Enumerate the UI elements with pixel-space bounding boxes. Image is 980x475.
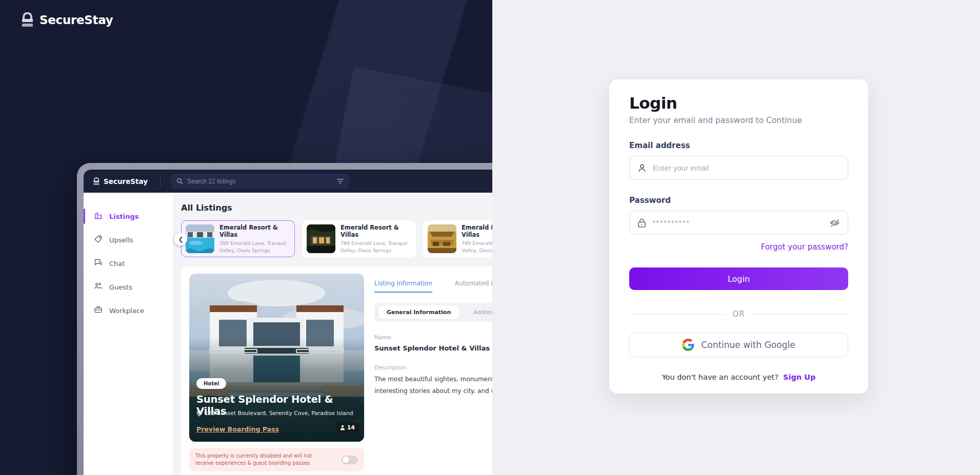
sidebar-item-label: Chat bbox=[109, 260, 125, 267]
dashboard-main: All Listings ❮ Emerald Resort & Villas 7… bbox=[173, 193, 492, 475]
description-field-label: Description bbox=[374, 364, 492, 371]
dashboard-brand-name: SecureStay bbox=[104, 177, 148, 185]
sidebar-item-label: Guests bbox=[109, 283, 132, 291]
listing-card-text: Emerald Resort & Villas 789 Emerald Lane… bbox=[462, 224, 492, 254]
chat-bubble-icon bbox=[94, 258, 103, 269]
dashboard-topbar: SecureStay bbox=[84, 170, 492, 193]
listing-thumbnail bbox=[186, 224, 214, 253]
google-g-icon bbox=[682, 339, 694, 351]
listing-card-address: 789 Emerald Lane, Tranquil Valley, Oasis… bbox=[341, 240, 411, 254]
sidebar-item-listings[interactable]: Listings bbox=[84, 206, 173, 226]
property-photo: Hotel Sunset Splendor Hotel & Villas 123… bbox=[189, 274, 364, 442]
listing-card-address: 789 Emerald Lane, Tranquil Valley, Oasis… bbox=[219, 240, 290, 254]
sidebar-item-label: Workplace bbox=[109, 307, 144, 315]
password-field[interactable] bbox=[652, 218, 823, 227]
hero-panel: SecureStay SecureStay bbox=[0, 0, 492, 475]
search-input[interactable] bbox=[187, 178, 333, 185]
toggle-knob bbox=[343, 457, 349, 463]
name-field-label: Name bbox=[374, 334, 492, 341]
person-icon bbox=[340, 425, 345, 430]
dashboard-mockup-window: SecureStay bbox=[77, 163, 492, 475]
dashboard-brand-logo: SecureStay bbox=[93, 177, 148, 185]
detail-subtabs: General Information Address Check- bbox=[374, 303, 492, 322]
subtab-general-information[interactable]: General Information bbox=[378, 305, 459, 319]
property-address-text: 123 Sunset Boulevard, Serenity Cove, Par… bbox=[205, 410, 353, 417]
tag-icon bbox=[94, 235, 103, 245]
description-text: The most beautiful sightes, monuments bbox=[374, 376, 492, 383]
preview-boarding-pass-link[interactable]: Preview Boarding Pass bbox=[196, 425, 279, 433]
person-icon bbox=[637, 163, 647, 173]
brand-logo: SecureStay bbox=[21, 12, 113, 28]
login-subtitle: Enter your email and password to Continu… bbox=[629, 116, 848, 125]
listing-card[interactable]: Emerald Resort & Villas 789 Emerald Lane… bbox=[181, 220, 295, 257]
building-icon bbox=[94, 211, 103, 221]
sidebar-item-label: Upsells bbox=[109, 236, 133, 244]
divider-line bbox=[753, 314, 848, 315]
sidebar-item-upsells[interactable]: Upsells bbox=[84, 230, 173, 250]
page-title: All Listings bbox=[181, 203, 492, 213]
login-button[interactable]: Login bbox=[629, 267, 848, 290]
tab-automated-message[interactable]: Automated Message bbox=[455, 280, 492, 293]
or-divider: OR bbox=[629, 309, 848, 319]
filter-icon[interactable] bbox=[337, 178, 344, 184]
email-field-wrap bbox=[629, 156, 848, 180]
property-disabled-warning: This property is currently disabled and … bbox=[189, 448, 364, 471]
dashboard-sidebar: Listings Upsells Chat Guests bbox=[84, 193, 173, 475]
property-address: 123 Sunset Boulevard, Serenity Cove, Par… bbox=[196, 410, 353, 417]
details-column: Listing Information Automated Message Ge… bbox=[374, 274, 492, 475]
sidebar-item-guests[interactable]: Guests bbox=[84, 277, 173, 297]
forgot-row: Forgot your password? bbox=[629, 242, 848, 252]
signup-link[interactable]: Sign Up bbox=[783, 373, 815, 381]
subtab-address[interactable]: Address bbox=[473, 309, 492, 316]
guest-count-badge: 14 bbox=[336, 422, 359, 433]
property-type-badge: Hotel bbox=[196, 378, 226, 389]
guest-count: 14 bbox=[347, 424, 355, 431]
listings-search-bar[interactable] bbox=[171, 174, 349, 189]
listing-card[interactable]: Emerald Resort & Villas 789 Emerald Lane… bbox=[302, 220, 416, 257]
lock-icon bbox=[93, 177, 100, 185]
sidebar-item-workplace[interactable]: Workplace bbox=[84, 300, 173, 321]
password-field-wrap bbox=[629, 211, 848, 235]
listing-card-text: Emerald Resort & Villas 789 Emerald Lane… bbox=[341, 224, 411, 254]
listing-card-title: Emerald Resort & Villas bbox=[462, 224, 492, 238]
listing-card-address: 789 Emerald Lane, Tranquil Valley, Oasis… bbox=[462, 240, 492, 254]
tab-listing-information[interactable]: Listing Information bbox=[374, 280, 432, 293]
people-icon bbox=[94, 282, 103, 292]
eye-off-icon[interactable] bbox=[829, 218, 841, 228]
padlock-icon bbox=[637, 218, 647, 228]
password-label: Password bbox=[629, 196, 848, 205]
signup-prompt: You don't have an account yet? bbox=[662, 373, 778, 381]
listing-card-title: Emerald Resort & Villas bbox=[219, 224, 290, 238]
warning-text: This property is currently disabled and … bbox=[195, 452, 326, 467]
topbar-divider bbox=[160, 176, 161, 187]
briefcase-icon bbox=[94, 305, 103, 316]
email-label: Email address bbox=[629, 141, 848, 150]
chevron-left-icon[interactable]: ❮ bbox=[174, 233, 187, 245]
lock-icon bbox=[21, 12, 34, 28]
name-field-value: Sunset Splendor Hotel & Villas bbox=[374, 344, 492, 352]
detail-tabs: Listing Information Automated Message bbox=[374, 280, 492, 293]
listing-cards-row: ❮ Emerald Resort & Villas 789 Emerald La… bbox=[181, 220, 492, 257]
sidebar-item-label: Listings bbox=[109, 213, 138, 220]
listing-detail-card: Hotel Sunset Splendor Hotel & Villas 123… bbox=[181, 266, 492, 475]
dashboard-body: Listings Upsells Chat Guests bbox=[84, 193, 492, 475]
property-enabled-toggle[interactable] bbox=[342, 456, 358, 464]
property-column: Hotel Sunset Splendor Hotel & Villas 123… bbox=[189, 274, 364, 475]
google-button-label: Continue with Google bbox=[701, 340, 795, 350]
or-label: OR bbox=[732, 309, 745, 319]
sidebar-item-chat[interactable]: Chat bbox=[84, 253, 173, 274]
location-pin-icon bbox=[196, 410, 202, 417]
forgot-password-link[interactable]: Forgot your password? bbox=[761, 242, 848, 252]
login-title: Login bbox=[629, 94, 848, 112]
search-icon bbox=[176, 178, 183, 184]
email-field[interactable] bbox=[653, 163, 841, 172]
google-login-button[interactable]: Continue with Google bbox=[629, 333, 848, 357]
listing-thumbnail bbox=[307, 224, 335, 253]
listing-card-text: Emerald Resort & Villas 789 Emerald Lane… bbox=[219, 224, 290, 254]
listing-card[interactable]: Emerald Resort & Villas 789 Emerald Lane… bbox=[423, 220, 492, 257]
listing-thumbnail bbox=[428, 224, 456, 253]
listing-card-title: Emerald Resort & Villas bbox=[341, 224, 411, 238]
divider-line bbox=[629, 314, 725, 315]
login-card: Login Enter your email and password to C… bbox=[609, 79, 868, 394]
brand-name: SecureStay bbox=[39, 13, 113, 27]
